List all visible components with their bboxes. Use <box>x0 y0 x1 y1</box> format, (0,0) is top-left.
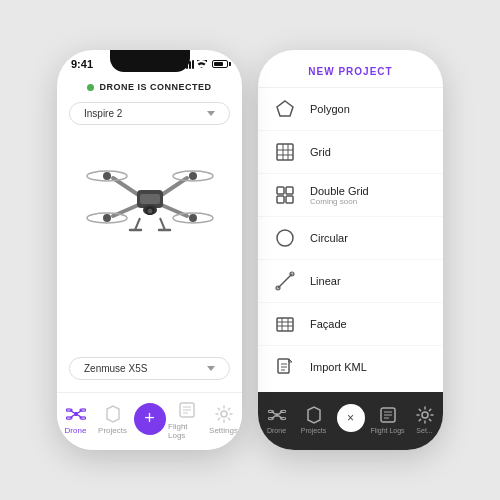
panel-header: NEW PROJECT <box>258 50 443 88</box>
svg-marker-35 <box>277 101 293 116</box>
tab-bar: Drone Projects + <box>57 392 242 450</box>
circular-text: Circular <box>310 232 348 244</box>
svg-rect-66 <box>275 413 279 417</box>
svg-rect-54 <box>278 359 289 373</box>
panel-flightlogs-icon <box>378 405 398 425</box>
panel-projects-icon <box>304 405 324 425</box>
status-time: 9:41 <box>71 58 93 70</box>
linear-text: Linear <box>310 275 341 287</box>
panel-settings-label: Set... <box>416 427 432 434</box>
phone-body: DRONE IS CONNECTED Inspire 2 <box>57 74 242 392</box>
doublegrid-text: Double Grid Coming soon <box>310 185 369 206</box>
circular-icon <box>274 227 296 249</box>
svg-point-34 <box>221 411 227 417</box>
wifi-icon <box>197 60 207 68</box>
svg-rect-36 <box>277 144 293 160</box>
status-dot <box>87 84 94 91</box>
linear-label: Linear <box>310 275 341 287</box>
menu-item-polygon[interactable]: Polygon <box>258 88 443 131</box>
panel-projects-label: Projects <box>301 427 326 434</box>
facade-label: Façade <box>310 318 347 330</box>
app-container: 9:41 DRONE IS CONNECTED <box>37 30 463 470</box>
svg-point-10 <box>103 214 111 222</box>
menu-item-importkml[interactable]: Import KML <box>258 346 443 388</box>
svg-rect-43 <box>277 196 284 203</box>
doublegrid-sub: Coming soon <box>310 197 369 206</box>
menu-item-linear[interactable]: Linear <box>258 260 443 303</box>
grid-label: Grid <box>310 146 331 158</box>
svg-rect-44 <box>286 196 293 203</box>
panel-tab-projects[interactable]: Projects <box>295 405 332 434</box>
svg-point-16 <box>147 209 152 214</box>
grid-icon <box>274 141 296 163</box>
polygon-icon <box>274 98 296 120</box>
camera-dropdown-chevron <box>207 366 215 371</box>
panel-drone-icon <box>267 405 287 425</box>
settings-tab-label: Settings <box>209 426 238 435</box>
svg-line-17 <box>135 218 140 230</box>
camera-model-label: Zenmuse X5S <box>84 363 147 374</box>
polygon-text: Polygon <box>310 103 350 115</box>
svg-line-46 <box>278 274 292 288</box>
svg-rect-42 <box>286 187 293 194</box>
drone-model-label: Inspire 2 <box>84 108 122 119</box>
drone-svg <box>85 148 215 238</box>
tab-add[interactable]: + <box>131 403 168 437</box>
battery-icon <box>212 60 228 68</box>
projects-tab-label: Projects <box>98 426 127 435</box>
facade-text: Façade <box>310 318 347 330</box>
svg-rect-49 <box>277 318 293 331</box>
flightlogs-tab-label: Flight Logs <box>168 422 205 440</box>
drone-status: DRONE IS CONNECTED <box>87 82 211 92</box>
drone-tab-icon <box>66 404 86 424</box>
importkml-label: Import KML <box>310 361 367 373</box>
panel-drone-label: Drone <box>267 427 286 434</box>
new-project-menu: Polygon Grid <box>258 88 443 392</box>
add-button[interactable]: + <box>134 403 166 435</box>
svg-rect-29 <box>74 412 78 416</box>
projects-tab-icon <box>103 404 123 424</box>
panel-tab-drone[interactable]: Drone <box>258 405 295 434</box>
drone-dropdown-chevron <box>207 111 215 116</box>
svg-point-9 <box>189 172 197 180</box>
svg-point-45 <box>277 230 293 246</box>
panel-flightlogs-label: Flight Logs <box>370 427 404 434</box>
facade-icon <box>274 313 296 335</box>
panel-tab-close[interactable]: × <box>332 404 369 434</box>
svg-rect-13 <box>140 194 160 204</box>
panel-tab-flightlogs[interactable]: Flight Logs <box>369 405 406 434</box>
svg-line-18 <box>160 218 165 230</box>
camera-selector[interactable]: Zenmuse X5S <box>69 357 230 380</box>
panel-settings-icon <box>415 405 435 425</box>
panel-tab-settings[interactable]: Set... <box>406 405 443 434</box>
menu-item-circular[interactable]: Circular <box>258 217 443 260</box>
menu-item-facade[interactable]: Façade <box>258 303 443 346</box>
tab-flightlogs[interactable]: Flight Logs <box>168 400 205 440</box>
flightlogs-tab-icon <box>177 400 197 420</box>
grid-text: Grid <box>310 146 331 158</box>
status-icons <box>183 60 228 69</box>
circular-label: Circular <box>310 232 348 244</box>
svg-point-71 <box>422 412 428 418</box>
tab-projects[interactable]: Projects <box>94 404 131 435</box>
menu-item-doublegrid[interactable]: Double Grid Coming soon <box>258 174 443 217</box>
drone-selector[interactable]: Inspire 2 <box>69 102 230 125</box>
panel-tab-bar: Drone Projects × <box>258 392 443 450</box>
menu-item-grid[interactable]: Grid <box>258 131 443 174</box>
polygon-label: Polygon <box>310 103 350 115</box>
phone-left: 9:41 DRONE IS CONNECTED <box>57 50 242 450</box>
doublegrid-label: Double Grid <box>310 185 369 197</box>
svg-rect-41 <box>277 187 284 194</box>
doublegrid-icon <box>274 184 296 206</box>
phone-right: NEW PROJECT Polygon <box>258 50 443 450</box>
drone-tab-label: Drone <box>65 426 87 435</box>
tab-drone[interactable]: Drone <box>57 404 94 435</box>
importkml-icon <box>274 356 296 378</box>
linear-icon <box>274 270 296 292</box>
drone-image <box>85 143 215 243</box>
svg-point-8 <box>103 172 111 180</box>
settings-tab-icon <box>214 404 234 424</box>
svg-point-11 <box>189 214 197 222</box>
close-button[interactable]: × <box>337 404 365 432</box>
tab-settings[interactable]: Settings <box>205 404 242 435</box>
